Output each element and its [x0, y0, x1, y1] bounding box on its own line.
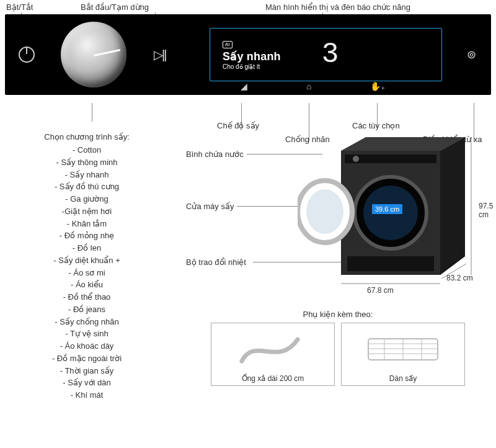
label-heat-exchanger: Bộ trao đổi nhiệt	[186, 258, 246, 267]
program-item: - Sấy chống nhăn	[6, 316, 167, 328]
program-item: - Áo kiểu	[6, 279, 167, 291]
start-pause-button[interactable]: ▷||	[154, 47, 166, 62]
svg-point-4	[353, 156, 359, 162]
hose-icon	[236, 323, 310, 374]
program-item: - Đồ thể thao	[6, 291, 167, 303]
program-item: - Sấy với dàn	[6, 377, 167, 389]
dry-mode-icon[interactable]: ◢	[241, 81, 247, 91]
options-icon[interactable]: ✋₊	[370, 81, 385, 91]
program-item: - Sấy nhanh	[6, 169, 167, 181]
under-labels: Chế độ sấy Chống nhăn Các tùy chọn Điều …	[0, 99, 496, 132]
program-item: - Thời gian sấy	[6, 365, 167, 377]
program-item: - Đồ mỏng nhẹ	[6, 230, 167, 242]
ai-badge: AI	[223, 41, 232, 48]
label-display: Màn hình hiển thị và đèn báo chức năng	[186, 2, 490, 12]
program-list: - Cotton- Sấy thông minh- Sấy nhanh- Sấy…	[6, 144, 167, 401]
label-power: Bật/Tắt	[6, 2, 43, 12]
program-item: - Áo khoác dày	[6, 340, 167, 352]
drum-diameter: 39.6 cm	[372, 204, 402, 214]
program-list-title: Chọn chương trình sấy:	[6, 132, 167, 141]
program-item: -Giặt nệm hơi	[6, 205, 167, 218]
svg-point-8	[306, 189, 343, 234]
control-panel: ▷|| AI Sấy nhanh Cho đồ giặt ít 3 ◢ ⌂ ✋₊…	[5, 14, 491, 95]
anti-wrinkle-icon[interactable]: ⌂	[306, 81, 311, 91]
remote-control-icon[interactable]: ⊚	[467, 48, 476, 61]
program-item: - Khăn tắm	[6, 218, 167, 230]
accessory-hose-label: Ống xả dài 200 cm	[242, 374, 304, 383]
program-item: - Sấy diệt khuẩn +	[6, 254, 167, 267]
time-segment: 3	[322, 38, 339, 71]
program-item: - Cotton	[6, 144, 167, 156]
program-item: - Ga giường	[6, 193, 167, 205]
program-name: Sấy nhanh	[223, 50, 281, 64]
program-item: - Tự vệ sinh	[6, 328, 167, 340]
program-item: - Khí mát	[6, 389, 167, 401]
power-button[interactable]	[19, 47, 35, 63]
accessory-hose: Ống xả dài 200 cm	[211, 323, 335, 386]
accessories-title: Phụ kiện kèm theo:	[186, 310, 490, 319]
label-options: Các tùy chọn	[352, 121, 400, 130]
dim-width: 67.8 cm	[367, 286, 394, 295]
label-door: Cửa máy sấy	[186, 202, 234, 211]
label-dry-mode: Chế độ sấy	[217, 121, 259, 130]
machine-diagram: Bình chứa nước Cửa máy sấy Bộ trao đổi n…	[186, 132, 490, 306]
dim-height: 97.5 cm	[479, 202, 493, 219]
program-item: - Đồ jeans	[6, 303, 167, 316]
dim-depth: 83.2 cm	[446, 274, 473, 282]
label-start: Bắt đầu/Tạm dừng	[43, 2, 186, 12]
program-dial[interactable]	[61, 22, 126, 87]
program-item: - Sấy đồ thú cưng	[6, 181, 167, 193]
program-subtitle: Cho đồ giặt ít	[223, 63, 281, 71]
rack-icon	[360, 323, 446, 374]
accessories-row: Ống xả dài 200 cm Dàn sấy	[186, 323, 490, 386]
svg-marker-1	[440, 137, 465, 275]
right-column: Bình chứa nước Cửa máy sấy Bộ trao đổi n…	[167, 132, 490, 401]
accessory-rack-label: Dàn sấy	[389, 374, 417, 383]
svg-rect-9	[347, 256, 434, 271]
display-screen: AI Sấy nhanh Cho đồ giặt ít 3	[210, 28, 442, 81]
program-item: - Áo sơ mi	[6, 267, 167, 279]
label-water-tank: Bình chứa nước	[186, 150, 244, 159]
program-item: - Đồ len	[6, 242, 167, 254]
function-icons: ◢ ⌂ ✋₊	[210, 81, 442, 91]
lower-section: Chọn chương trình sấy: - Cotton- Sấy thô…	[0, 132, 496, 401]
program-item: - Đồ mặc ngoài trời	[6, 352, 167, 365]
program-column: Chọn chương trình sấy: - Cotton- Sấy thô…	[6, 132, 167, 401]
accessory-rack: Dàn sấy	[341, 323, 465, 386]
top-labels: Bật/Tắt Bắt đầu/Tạm dừng Màn hình hiển t…	[0, 0, 496, 13]
program-item: - Sấy thông minh	[6, 156, 167, 169]
